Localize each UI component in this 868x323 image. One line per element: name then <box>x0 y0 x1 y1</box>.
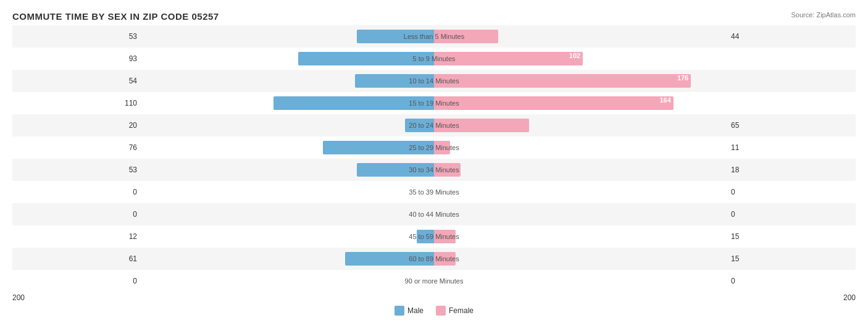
legend-male-box <box>394 306 404 316</box>
pink-bar-wrap <box>434 30 498 43</box>
pink-bar: 164 <box>434 96 674 110</box>
blue-bar-wrap <box>357 163 434 177</box>
bars-center: 35 to 39 Minutes <box>142 181 726 203</box>
legend: Male Female <box>12 306 856 316</box>
right-value: 15 <box>726 254 856 263</box>
legend-female: Female <box>436 306 474 316</box>
bars-center: 40 to 44 Minutes <box>142 203 726 225</box>
chart-row: 110 15 to 19 Minutes 164 <box>12 92 856 114</box>
bars-center: 30 to 34 Minutes <box>142 159 726 181</box>
pink-bar-wrap <box>434 141 450 154</box>
axis-left: 200 <box>12 293 25 302</box>
right-value: 44 <box>726 32 856 41</box>
blue-bar <box>345 252 434 266</box>
chart-container: COMMUTE TIME BY SEX IN ZIP CODE 05257 So… <box>0 0 868 323</box>
right-value: 15 <box>726 232 856 241</box>
female-inside-val: 102 <box>569 52 580 59</box>
right-value: 18 <box>726 166 856 174</box>
source-label: Source: ZipAtlas.com <box>791 11 856 19</box>
pink-bar <box>434 119 529 132</box>
bars-center: 5 to 9 Minutes 102 <box>142 48 726 70</box>
row-label: 35 to 39 Minutes <box>409 188 459 196</box>
bars-center: 90 or more Minutes <box>142 270 726 292</box>
chart-row: 12 45 to 59 Minutes 15 <box>12 225 856 248</box>
right-value: 11 <box>726 143 856 152</box>
legend-male-label: Male <box>407 306 424 315</box>
blue-bar-wrap <box>345 252 434 266</box>
blue-bar <box>417 230 434 243</box>
left-value: 0 <box>12 210 142 219</box>
chart-row: 0 35 to 39 Minutes 0 <box>12 181 856 203</box>
blue-bar-wrap <box>417 230 434 243</box>
blue-bar-wrap <box>357 30 434 43</box>
bars-center: 60 to 89 Minutes <box>142 248 726 270</box>
female-inside-val: 176 <box>677 74 688 82</box>
blue-bar <box>323 141 434 154</box>
pink-bar: 102 <box>434 52 583 65</box>
left-value: 54 <box>12 77 142 85</box>
right-value: 0 <box>726 277 856 285</box>
left-value: 61 <box>12 254 142 263</box>
blue-bar <box>357 163 434 177</box>
pink-bar-wrap: 176 <box>434 74 691 88</box>
chart-row: 61 60 to 89 Minutes 15 <box>12 248 856 270</box>
bars-center: 10 to 14 Minutes 176 <box>142 70 726 92</box>
pink-bar-wrap <box>434 163 461 177</box>
bars-center: 25 to 29 Minutes <box>142 136 726 159</box>
bars-center: 15 to 19 Minutes 164 <box>142 92 726 114</box>
pink-bar-wrap <box>434 119 529 132</box>
blue-bar-wrap <box>355 74 434 88</box>
left-value: 53 <box>12 166 142 174</box>
pink-bar-wrap: 102 <box>434 52 583 65</box>
blue-bar <box>355 74 434 88</box>
right-value: 0 <box>726 188 856 196</box>
right-value: 0 <box>726 210 856 219</box>
blue-bar <box>405 119 434 132</box>
row-label: 90 or more Minutes <box>405 277 464 285</box>
left-value: 110 <box>12 99 142 107</box>
pink-bar <box>434 141 450 154</box>
blue-bar-wrap <box>273 96 434 110</box>
chart-row: 54 10 to 14 Minutes 176 <box>12 70 856 92</box>
axis-right: 200 <box>843 293 856 302</box>
left-value: 76 <box>12 143 142 152</box>
bars-center: 20 to 24 Minutes <box>142 114 726 136</box>
legend-female-box <box>436 306 446 316</box>
legend-male: Male <box>394 306 424 316</box>
chart-row: 0 90 or more Minutes 0 <box>12 270 856 292</box>
bars-center: 45 to 59 Minutes <box>142 225 726 248</box>
pink-bar-wrap <box>434 230 456 243</box>
left-value: 20 <box>12 121 142 130</box>
chart-row: 53 30 to 34 Minutes 18 <box>12 159 856 181</box>
chart-title: COMMUTE TIME BY SEX IN ZIP CODE 05257 <box>12 11 856 22</box>
pink-bar: 176 <box>434 74 691 88</box>
left-value: 93 <box>12 54 142 63</box>
pink-bar <box>434 163 461 177</box>
blue-bar <box>273 96 434 110</box>
legend-female-label: Female <box>449 306 474 315</box>
chart-row: 53 Less than 5 Minutes 44 <box>12 25 856 48</box>
blue-bar <box>357 30 434 43</box>
bars-center: Less than 5 Minutes <box>142 25 726 48</box>
left-value: 53 <box>12 32 142 41</box>
left-value: 12 <box>12 232 142 241</box>
left-value: 0 <box>12 277 142 285</box>
chart-row: 20 20 to 24 Minutes 65 <box>12 114 856 136</box>
chart-row: 93 5 to 9 Minutes 102 <box>12 48 856 70</box>
blue-bar-wrap <box>323 141 434 154</box>
pink-bar <box>434 252 456 266</box>
chart-area: 53 Less than 5 Minutes 44 93 <box>12 25 856 292</box>
pink-bar-wrap: 164 <box>434 96 674 110</box>
chart-row: 0 40 to 44 Minutes 0 <box>12 203 856 225</box>
pink-bar-wrap <box>434 252 456 266</box>
axis-labels: 200 200 <box>12 293 856 302</box>
left-value: 0 <box>12 188 142 196</box>
right-value: 65 <box>726 121 856 130</box>
pink-bar <box>434 30 498 43</box>
female-inside-val: 164 <box>660 96 671 104</box>
blue-bar-wrap <box>298 52 434 65</box>
blue-bar <box>298 52 434 65</box>
pink-bar <box>434 230 456 243</box>
blue-bar-wrap <box>405 119 434 132</box>
row-label: 40 to 44 Minutes <box>409 211 459 218</box>
